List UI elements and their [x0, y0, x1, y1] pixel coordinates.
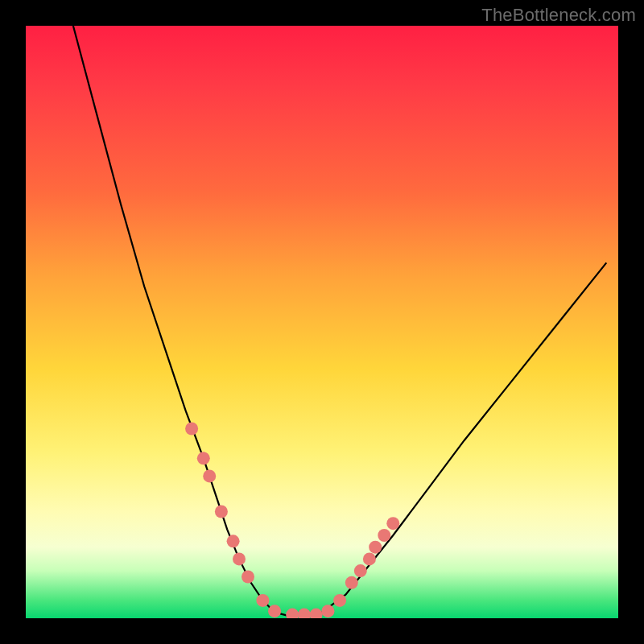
- marker-dot: [268, 605, 281, 617]
- marker-dot: [233, 552, 246, 565]
- watermark-text: TheBottleneck.com: [481, 5, 636, 26]
- curve-svg: [26, 26, 618, 618]
- chart-frame: TheBottleneck.com: [0, 0, 644, 644]
- marker-dot: [298, 609, 311, 618]
- marker-dot: [310, 609, 323, 618]
- marker-dot: [197, 452, 210, 464]
- marker-dot: [354, 564, 367, 577]
- marker-dot: [369, 541, 382, 554]
- marker-dot: [227, 535, 240, 547]
- marker-dot: [203, 469, 216, 482]
- plot-area: [26, 26, 618, 618]
- curve-path: [73, 26, 606, 615]
- marker-dot: [242, 571, 254, 584]
- v-curve: [73, 26, 606, 615]
- marker-dots: [185, 423, 399, 619]
- marker-dot: [286, 609, 299, 618]
- marker-dot: [185, 423, 198, 436]
- marker-dot: [345, 576, 358, 589]
- marker-dot: [386, 517, 399, 530]
- marker-dot: [256, 594, 269, 607]
- marker-dot: [321, 605, 334, 617]
- marker-dot: [363, 552, 376, 565]
- marker-dot: [333, 594, 346, 607]
- marker-dot: [378, 529, 390, 542]
- marker-dot: [215, 506, 228, 518]
